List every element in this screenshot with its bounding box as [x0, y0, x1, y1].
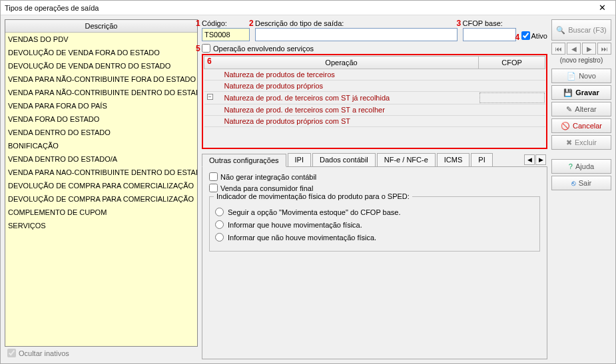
nao-gerar-integracao-label: Não gerar integração contábil: [220, 173, 316, 181]
operacao-cell: Natureza de produtos de terceiros: [224, 71, 335, 79]
consumidor-final-label: Venda para consumidor final: [220, 184, 313, 192]
gravar-button[interactable]: 💾 Gravar: [551, 85, 611, 100]
marker-3: 3: [457, 19, 462, 28]
radio-houve-label: Informar que houve movimentação física.: [228, 221, 362, 229]
edit-icon: ✎: [566, 105, 572, 114]
list-header-descricao[interactable]: Descrição: [5, 20, 197, 33]
list-item[interactable]: DEVOLUÇÃO DE COMPRA PARA COMERCIALIZAÇÃO: [5, 192, 197, 206]
list-item[interactable]: VENDA PARA FORA DO PAÍS: [5, 99, 197, 112]
help-icon: ?: [569, 162, 573, 170]
list-item[interactable]: VENDA DENTRO DO ESTADO/A: [5, 152, 197, 166]
operacao-header[interactable]: Operação: [204, 57, 479, 69]
list-item[interactable]: DEVOLUÇÃO DE COMPRA PARA COMERCIALIZAÇÃO: [5, 179, 197, 192]
radio-nao-houve-mov[interactable]: [215, 233, 224, 242]
cancelar-button[interactable]: 🚫 Cancelar: [551, 118, 611, 133]
buscar-button[interactable]: 🔍 Buscar (F3): [551, 19, 611, 41]
list-item[interactable]: VENDA FORA DO ESTADO: [5, 112, 197, 126]
hide-inactive-checkbox[interactable]: [7, 349, 16, 357]
list-item[interactable]: DEVOLUÇÃO DE VENDA FORA DO ESTADO: [5, 46, 197, 59]
cfop-header[interactable]: CFOP: [479, 57, 545, 69]
nav-prev-button[interactable]: ◀: [567, 43, 581, 55]
list-item[interactable]: DEVOLUÇÃO DE VENDA DENTRO DO ESTADO: [5, 59, 197, 73]
cancel-icon: 🚫: [561, 122, 570, 130]
description-list[interactable]: Descrição VENDAS DO PDVDEVOLUÇÃO DE VEND…: [5, 19, 198, 347]
ativo-checkbox[interactable]: [521, 31, 530, 40]
radio-seguir-label: Seguir a opção "Movimenta estoque" do CF…: [228, 208, 401, 216]
tab-icms[interactable]: ICMS: [437, 153, 470, 166]
tab-scroll-left[interactable]: ◀: [524, 154, 535, 165]
cfop-cell[interactable]: [479, 69, 545, 81]
codigo-label: 1 Código:: [202, 19, 250, 27]
tab-outras-configura-es[interactable]: Outras configurações: [202, 154, 286, 167]
marker-5: 5: [196, 44, 200, 53]
novo-registro-label: (novo registro): [551, 57, 611, 64]
operacao-cell: Natureza de prod. de terceiros com ST a …: [224, 106, 385, 114]
sair-button[interactable]: ⎋ Sair: [551, 176, 611, 190]
operacoes-table[interactable]: Operação CFOP Natureza de produtos de te…: [204, 56, 545, 127]
list-item[interactable]: VENDAS DO PDV: [5, 33, 197, 46]
operacao-cell: Natureza de produtos próprios: [224, 82, 324, 90]
marker-1: 1: [196, 19, 200, 28]
operacao-cell: Natureza de produtos próprios com ST: [224, 117, 351, 125]
close-button[interactable]: ✕: [593, 2, 611, 14]
list-item[interactable]: SERVIÇOS: [5, 219, 197, 232]
tree-expand-icon[interactable]: −: [207, 94, 213, 100]
excluir-button[interactable]: ✖ Excluir: [551, 135, 611, 150]
list-item[interactable]: VENDA PARA NAO-CONTRIBUINTE DENTRO DO ES…: [5, 166, 197, 179]
table-row[interactable]: Natureza de produtos de terceiros: [204, 69, 545, 81]
sped-group-legend: Indicador de movimentação física do prod…: [214, 192, 412, 200]
list-item[interactable]: VENDA DENTRO DO ESTADO: [5, 126, 197, 139]
radio-nao-houve-label: Informar que não houve movimentação físi…: [228, 234, 376, 242]
tab-scroll-right[interactable]: ▶: [535, 154, 546, 165]
marker-2: 2: [249, 19, 254, 28]
exit-icon: ⎋: [571, 179, 576, 187]
list-item[interactable]: VENDA PARA NÃO-CONTRIBUINTE FORA DO ESTA…: [5, 73, 197, 86]
tab-dados-cont-bil[interactable]: Dados contábil: [312, 153, 376, 166]
window-title: Tipos de operações de saída: [5, 4, 593, 12]
save-icon: 💾: [563, 89, 573, 97]
radio-seguir-cfop[interactable]: [215, 208, 224, 216]
ativo-label: Ativo: [531, 32, 547, 40]
cfop-base-input[interactable]: [463, 28, 516, 41]
operacao-cell: Natureza de prod. de terceiros com ST já…: [224, 94, 390, 102]
cfop-cell[interactable]: [479, 104, 545, 116]
servicos-label: Operação envolvendo serviços: [213, 45, 314, 53]
list-item[interactable]: VENDA PARA NÃO-CONTRIBUINTE DENTRO DO ES…: [5, 86, 197, 99]
table-row[interactable]: Natureza de produtos próprios com ST: [204, 116, 545, 127]
table-row[interactable]: Natureza de produtos próprios: [204, 81, 545, 92]
ajuda-button[interactable]: ? Ajuda: [551, 159, 611, 174]
descricao-label: 2 Descrição do tipo de saída:: [255, 19, 458, 27]
table-row[interactable]: −Natureza de prod. de terceiros com ST j…: [204, 92, 545, 104]
radio-houve-mov[interactable]: [215, 220, 224, 229]
delete-icon: ✖: [566, 138, 572, 147]
nav-last-button[interactable]: ⏭: [597, 43, 611, 55]
tab-pis[interactable]: PI: [471, 153, 492, 166]
list-item[interactable]: COMPLEMENTO DE CUPOM: [5, 206, 197, 219]
descricao-input[interactable]: [255, 28, 458, 41]
cfop-base-label: 3 CFOP base:: [463, 19, 516, 27]
consumidor-final-checkbox[interactable]: [209, 184, 218, 192]
alterar-button[interactable]: ✎ Alterar: [551, 102, 611, 116]
hide-inactive-label: Ocultar inativos: [19, 349, 69, 357]
servicos-checkbox[interactable]: [202, 44, 210, 53]
novo-button[interactable]: 📄 Novo: [551, 69, 611, 83]
marker-4: 4: [515, 33, 520, 42]
nav-next-button[interactable]: ▶: [582, 43, 596, 55]
nao-gerar-integracao-checkbox[interactable]: [209, 172, 218, 181]
tab-nf-e-nfc-e[interactable]: NF-e / NFC-e: [377, 153, 436, 166]
cfop-cell[interactable]: [479, 92, 545, 104]
codigo-input[interactable]: [202, 28, 250, 41]
binoculars-icon: 🔍: [556, 26, 565, 35]
new-file-icon: 📄: [567, 72, 576, 81]
tab-ipi[interactable]: IPI: [288, 153, 311, 166]
cfop-cell[interactable]: [479, 116, 545, 127]
cfop-cell[interactable]: [479, 81, 545, 92]
nav-first-button[interactable]: ⏮: [551, 43, 565, 55]
marker-6: 6: [207, 57, 212, 66]
table-row[interactable]: Natureza de prod. de terceiros com ST a …: [204, 104, 545, 116]
list-item[interactable]: BONIFICAÇÃO: [5, 139, 197, 152]
